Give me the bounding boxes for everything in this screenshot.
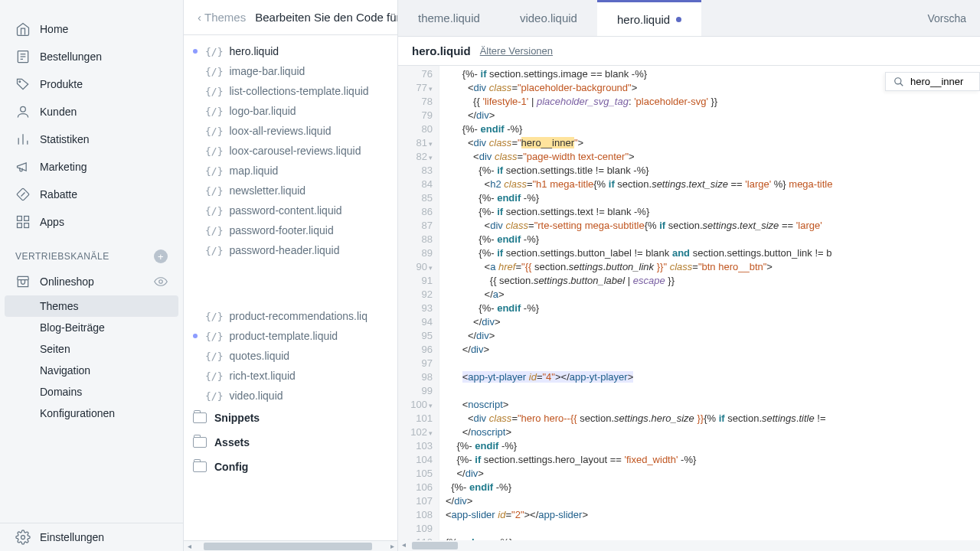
- sidebar-sub-konfigurationen[interactable]: Konfigurationen: [0, 403, 183, 424]
- editor-search[interactable]: [885, 72, 980, 91]
- svg-point-15: [159, 280, 163, 284]
- file-quotes.liquid[interactable]: {/}quotes.liquid: [184, 346, 397, 366]
- file-list-collections-template.liquid[interactable]: {/}list-collections-template.liquid: [184, 81, 397, 101]
- liquid-icon: {/}: [205, 331, 223, 342]
- liquid-icon: {/}: [205, 225, 223, 236]
- tab-video.liquid[interactable]: video.liquid: [500, 0, 597, 36]
- modified-dot-icon: [193, 334, 198, 338]
- folder-icon: [193, 412, 207, 423]
- file-video.liquid[interactable]: {/}video.liquid: [184, 386, 397, 406]
- svg-rect-12: [24, 217, 29, 221]
- search-input[interactable]: [910, 76, 972, 87]
- svg-point-4: [19, 81, 21, 83]
- svg-point-17: [895, 77, 901, 83]
- file-product-recommendations.liq[interactable]: {/}product-recommendations.liq: [184, 306, 397, 326]
- liquid-icon: {/}: [205, 66, 223, 77]
- liquid-icon: {/}: [205, 185, 223, 197]
- gear-icon: [15, 530, 31, 545]
- svg-line-10: [21, 193, 25, 197]
- file-loox-all-reviews.liquid[interactable]: {/}loox-all-reviews.liquid: [184, 121, 397, 141]
- breadcrumb-title: Bearbeiten Sie den Code für Debut: [255, 11, 397, 24]
- file-tree-panel: ‹ Themes Bearbeiten Sie den Code für Deb…: [184, 0, 398, 551]
- file-password-header.liquid[interactable]: {/}password-header.liquid: [184, 240, 397, 260]
- liquid-icon: {/}: [205, 311, 223, 322]
- sidebar-item-marketing[interactable]: Marketing: [0, 153, 183, 181]
- liquid-icon: {/}: [205, 145, 223, 157]
- breadcrumb: ‹ Themes Bearbeiten Sie den Code für Deb…: [184, 0, 397, 35]
- sidebar-sub-blog-beiträge[interactable]: Blog-Beiträge: [0, 317, 183, 338]
- file-list[interactable]: {/}hero.liquid{/}image-bar.liquid{/}list…: [184, 35, 397, 540]
- liquid-icon: {/}: [205, 205, 223, 217]
- sidebar-item-rabatte[interactable]: Rabatte: [0, 181, 183, 208]
- preview-link[interactable]: Vorscha: [913, 0, 980, 36]
- sidebar-item-home[interactable]: Home: [0, 15, 183, 43]
- stats-icon: [15, 132, 31, 147]
- tag-icon: [15, 77, 31, 92]
- sidebar-item-bestellungen[interactable]: Bestellungen: [0, 43, 183, 70]
- tab-hero.liquid[interactable]: hero.liquid: [597, 0, 701, 36]
- sidebar-item-produkte[interactable]: Produkte: [0, 70, 183, 98]
- liquid-icon: {/}: [205, 350, 223, 362]
- sidebar-sub-themes[interactable]: Themes: [5, 295, 178, 317]
- breadcrumb-back[interactable]: ‹ Themes: [198, 11, 246, 24]
- file-image-bar.liquid[interactable]: {/}image-bar.liquid: [184, 61, 397, 81]
- code-editor-panel: theme.liquidvideo.liquidhero.liquidVorsc…: [398, 0, 980, 551]
- folder-icon: [193, 437, 207, 448]
- older-versions-link[interactable]: Ältere Versionen: [480, 45, 553, 57]
- channels-heading: VERTRIEBSKANÄLE +: [0, 236, 183, 268]
- file-hero.liquid[interactable]: {/}hero.liquid: [184, 41, 397, 61]
- file-password-footer.liquid[interactable]: {/}password-footer.liquid: [184, 220, 397, 240]
- code-content[interactable]: {%- if section.settings.image == blank -…: [439, 66, 980, 540]
- sidebar-channel-onlineshop[interactable]: Onlineshop: [0, 268, 183, 295]
- sidebar-sub-domains[interactable]: Domains: [0, 381, 183, 403]
- current-file-name: hero.liquid: [412, 44, 471, 57]
- svg-line-18: [900, 83, 903, 86]
- tab-theme.liquid[interactable]: theme.liquid: [398, 0, 500, 36]
- liquid-icon: {/}: [205, 46, 223, 57]
- file-loox-carousel-reviews.liquid[interactable]: {/}loox-carousel-reviews.liquid: [184, 141, 397, 161]
- liquid-icon: {/}: [205, 126, 223, 137]
- sidebar-sub-seiten[interactable]: Seiten: [0, 338, 183, 360]
- file-rich-text.liquid[interactable]: {/}rich-text.liquid: [184, 366, 397, 386]
- file-map.liquid[interactable]: {/}map.liquid: [184, 161, 397, 181]
- folder-snippets[interactable]: Snippets: [184, 406, 397, 430]
- search-icon: [893, 77, 904, 87]
- folder-config[interactable]: Config: [184, 455, 397, 479]
- svg-rect-14: [24, 223, 29, 228]
- file-tree-hscroll[interactable]: ◂▸: [184, 540, 397, 551]
- liquid-icon: {/}: [205, 370, 223, 382]
- liquid-icon: {/}: [205, 165, 223, 177]
- sidebar-settings[interactable]: Einstellungen: [0, 523, 183, 551]
- liquid-icon: {/}: [205, 106, 223, 117]
- svg-rect-13: [18, 223, 22, 228]
- sidebar-item-apps[interactable]: Apps: [0, 208, 183, 236]
- folder-icon: [193, 461, 207, 472]
- sidebar-item-kunden[interactable]: Kunden: [0, 98, 183, 126]
- apps-icon: [15, 214, 31, 230]
- line-gutter: 7677787980818283848586878889909192939495…: [398, 66, 439, 540]
- editor-filebar: hero.liquid Ältere Versionen: [398, 37, 980, 66]
- main-sidebar: HomeBestellungenProdukteKundenStatistike…: [0, 0, 184, 551]
- sidebar-sub-navigation[interactable]: Navigation: [0, 360, 183, 381]
- svg-rect-11: [18, 217, 22, 221]
- sidebar-item-statistiken[interactable]: Statistiken: [0, 126, 183, 153]
- discount-icon: [15, 187, 31, 202]
- file-password-content.liquid[interactable]: {/}password-content.liquid: [184, 201, 397, 220]
- megaphone-icon: [15, 159, 31, 174]
- svg-point-5: [21, 106, 26, 112]
- file-newsletter.liquid[interactable]: {/}newsletter.liquid: [184, 181, 397, 201]
- file-logo-bar.liquid[interactable]: {/}logo-bar.liquid: [184, 101, 397, 121]
- modified-dot-icon: [193, 49, 198, 54]
- liquid-icon: {/}: [205, 390, 223, 402]
- add-channel-icon[interactable]: +: [154, 249, 168, 263]
- svg-point-16: [21, 536, 25, 540]
- file-product-template.liquid[interactable]: {/}product-template.liquid: [184, 326, 397, 346]
- code-hscroll[interactable]: ◂: [398, 540, 980, 551]
- folder-assets[interactable]: Assets: [184, 430, 397, 455]
- user-icon: [15, 104, 31, 119]
- eye-icon[interactable]: [154, 275, 168, 289]
- liquid-icon: {/}: [205, 245, 223, 256]
- home-icon: [15, 21, 31, 37]
- code-area[interactable]: 7677787980818283848586878889909192939495…: [398, 66, 980, 540]
- orders-icon: [15, 49, 31, 64]
